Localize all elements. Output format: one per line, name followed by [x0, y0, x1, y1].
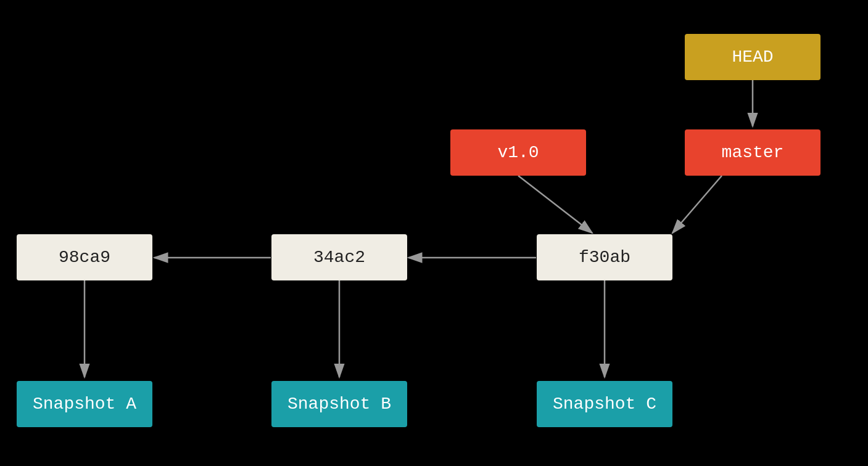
- svg-line-2: [518, 176, 592, 233]
- snapshot-b-label: Snapshot B: [287, 394, 391, 414]
- master-label: master: [722, 143, 784, 162]
- v10-label: v1.0: [497, 143, 539, 162]
- svg-line-3: [672, 176, 722, 233]
- snapshot-a-label: Snapshot A: [33, 394, 136, 414]
- f30ab-node: f30ab: [537, 234, 672, 280]
- 34ac2-node: 34ac2: [271, 234, 407, 280]
- head-node: HEAD: [685, 34, 820, 80]
- snapshot-a-node: Snapshot A: [17, 381, 152, 427]
- f30ab-label: f30ab: [579, 248, 630, 267]
- snapshot-c-node: Snapshot C: [537, 381, 672, 427]
- snapshot-b-node: Snapshot B: [271, 381, 407, 427]
- snapshot-c-label: Snapshot C: [553, 394, 656, 414]
- 98ca9-label: 98ca9: [59, 248, 110, 267]
- head-label: HEAD: [732, 47, 773, 67]
- master-node: master: [685, 129, 820, 176]
- v10-node: v1.0: [450, 129, 586, 176]
- 98ca9-node: 98ca9: [17, 234, 152, 280]
- 34ac2-label: 34ac2: [313, 248, 365, 267]
